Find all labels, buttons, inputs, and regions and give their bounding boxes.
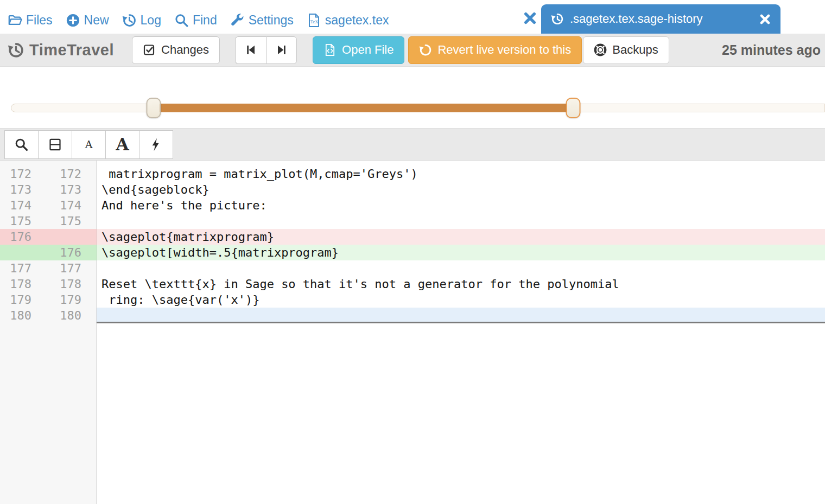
new-line-number: 178 bbox=[31, 276, 81, 292]
new-line-number: 177 bbox=[31, 260, 81, 276]
diff-row: 173173\end{sageblock} bbox=[0, 182, 825, 197]
step-backward-button[interactable] bbox=[235, 36, 266, 64]
code-line[interactable]: \end{sageblock} bbox=[97, 182, 825, 197]
timetravel-toolbar: TimeTravel Changes bbox=[0, 34, 825, 67]
line-numbers: 179179 bbox=[0, 292, 97, 308]
diff-row: 180180 bbox=[0, 308, 825, 323]
top-file-bar: Files New Log bbox=[0, 0, 825, 34]
code-line[interactable]: Reset \texttt{x} in Sage so that it's no… bbox=[97, 276, 825, 292]
version-timestamp: 25 minutes ago bbox=[722, 42, 822, 58]
step-backward-icon bbox=[244, 43, 257, 56]
revert-button[interactable]: Revert live version to this bbox=[408, 36, 582, 64]
code-line[interactable] bbox=[97, 260, 825, 276]
nav-new[interactable]: New bbox=[66, 13, 109, 28]
diff-rows: 172172 matrixprogram = matrix_plot(M,cma… bbox=[0, 161, 825, 323]
old-line-number bbox=[0, 245, 31, 260]
code-line[interactable]: And here's the picture: bbox=[97, 197, 825, 213]
line-numbers: 173173 bbox=[0, 182, 97, 197]
check-square-icon bbox=[143, 43, 156, 56]
slider-track[interactable] bbox=[11, 104, 825, 112]
decrease-font-button[interactable]: A bbox=[72, 130, 106, 159]
changes-button-label: Changes bbox=[161, 43, 209, 57]
new-line-number: 173 bbox=[31, 182, 81, 197]
split-cell-icon bbox=[48, 137, 62, 152]
nav-settings[interactable]: Settings bbox=[230, 13, 294, 28]
diff-row: 172172 matrixprogram = matrix_plot(M,cma… bbox=[0, 166, 825, 182]
changes-button[interactable]: Changes bbox=[132, 36, 220, 64]
new-line-number: 179 bbox=[31, 292, 81, 308]
tab-sage-history[interactable]: .sagetex.tex.sage-history bbox=[541, 4, 780, 34]
line-numbers: 177177 bbox=[0, 260, 97, 276]
diff-view: 172172 matrixprogram = matrix_plot(M,cma… bbox=[0, 161, 825, 504]
diff-row: 176\sageplot[width=.5{matrixprogram} bbox=[0, 245, 825, 260]
split-view-button[interactable] bbox=[38, 130, 72, 159]
old-line-number: 173 bbox=[0, 182, 31, 197]
diff-row: 174174And here's the picture: bbox=[0, 197, 825, 213]
diff-row: 175175 bbox=[0, 213, 825, 229]
nav-log[interactable]: Log bbox=[122, 13, 161, 28]
slider-handle-left[interactable] bbox=[147, 98, 161, 118]
code-line[interactable]: \sageplot{matrixprogram} bbox=[97, 229, 825, 245]
new-line-number: 180 bbox=[31, 308, 81, 323]
nav-files[interactable]: Files bbox=[8, 13, 53, 28]
search-icon bbox=[174, 13, 189, 28]
plus-circle-icon bbox=[66, 13, 80, 28]
new-line-number bbox=[31, 229, 81, 245]
backups-button[interactable]: Backups bbox=[583, 36, 669, 64]
history-icon bbox=[122, 13, 137, 28]
nav-log-label: Log bbox=[141, 13, 161, 28]
new-line-number: 175 bbox=[31, 213, 81, 229]
nav-new-label: New bbox=[84, 13, 109, 28]
nav-find[interactable]: Find bbox=[174, 13, 217, 28]
code-line[interactable]: \sageplot[width=.5{matrixprogram} bbox=[97, 245, 825, 260]
file-nav: Files New Log bbox=[0, 13, 389, 34]
old-line-number: 180 bbox=[0, 308, 31, 323]
old-line-number: 172 bbox=[0, 166, 31, 182]
backups-button-label: Backups bbox=[612, 43, 658, 57]
open-file-button[interactable]: Open File bbox=[313, 36, 404, 64]
folder-open-icon bbox=[8, 13, 22, 28]
old-line-number: 178 bbox=[0, 276, 31, 292]
code-line[interactable]: ring: \sage{var('x')} bbox=[97, 292, 825, 308]
step-forward-button[interactable] bbox=[266, 36, 297, 64]
timetravel-screen: Files New Log bbox=[0, 0, 825, 504]
close-file-tab-button[interactable] bbox=[523, 11, 537, 25]
font-large-icon: A bbox=[116, 135, 129, 154]
close-icon bbox=[759, 14, 771, 25]
find-in-diff-button[interactable] bbox=[4, 130, 39, 159]
svg-text:TeX: TeX bbox=[310, 20, 319, 24]
old-line-number: 177 bbox=[0, 260, 31, 276]
nav-file-sagetex-label: sagetex.tex bbox=[325, 13, 389, 28]
code-line[interactable]: matrixprogram = matrix_plot(M,cmap='Grey… bbox=[97, 166, 825, 182]
code-line[interactable] bbox=[97, 213, 825, 229]
editor-toolbar: A A bbox=[0, 128, 825, 161]
line-numbers: 176 bbox=[0, 245, 97, 260]
quick-actions-button[interactable] bbox=[139, 130, 173, 159]
open-file-button-label: Open File bbox=[342, 43, 394, 57]
close-history-tab-button[interactable] bbox=[759, 14, 771, 25]
history-icon bbox=[8, 42, 24, 59]
nav-file-sagetex[interactable]: TeX sagetex.tex bbox=[307, 13, 389, 28]
timetravel-title: TimeTravel bbox=[8, 41, 114, 59]
new-line-number: 172 bbox=[31, 166, 81, 182]
revert-button-label: Revert live version to this bbox=[437, 43, 571, 57]
line-numbers: 178178 bbox=[0, 276, 97, 292]
timetravel-title-label: TimeTravel bbox=[29, 41, 114, 59]
line-numbers: 172172 bbox=[0, 166, 97, 182]
wrench-icon bbox=[230, 13, 245, 28]
new-line-number: 176 bbox=[31, 245, 81, 260]
old-line-number: 175 bbox=[0, 213, 31, 229]
tex-file-icon: TeX bbox=[307, 13, 321, 28]
increase-font-button[interactable]: A bbox=[105, 130, 139, 159]
slider-fill bbox=[154, 104, 573, 112]
code-line[interactable] bbox=[97, 308, 825, 323]
slider-handle-right[interactable] bbox=[566, 98, 581, 118]
search-icon bbox=[14, 137, 29, 152]
close-icon bbox=[523, 11, 537, 25]
diff-row: 178178Reset \texttt{x} in Sage so that i… bbox=[0, 276, 825, 292]
font-small-icon: A bbox=[85, 138, 93, 150]
history-icon bbox=[551, 12, 564, 25]
nav-find-label: Find bbox=[193, 13, 217, 28]
tab-title: .sagetex.tex.sage-history bbox=[570, 12, 703, 26]
version-step-group bbox=[235, 36, 297, 64]
